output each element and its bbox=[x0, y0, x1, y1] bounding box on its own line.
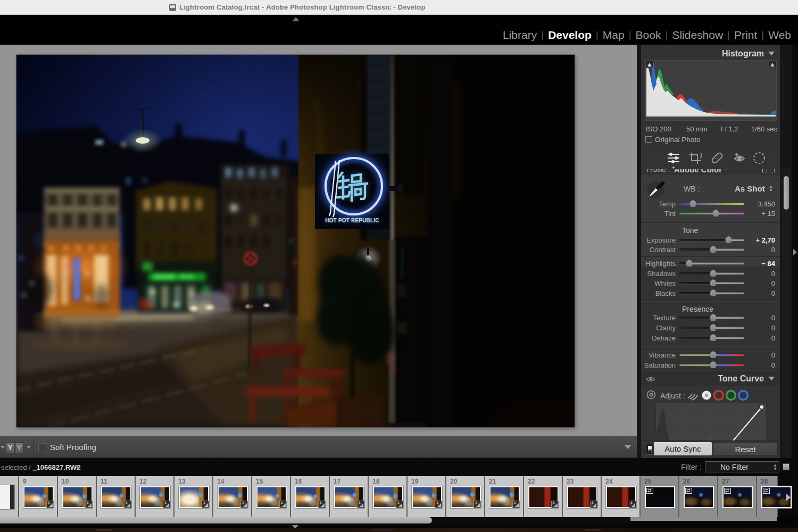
svg-text:HOT POT REPUBLIC: HOT POT REPUBLIC bbox=[325, 218, 379, 223]
